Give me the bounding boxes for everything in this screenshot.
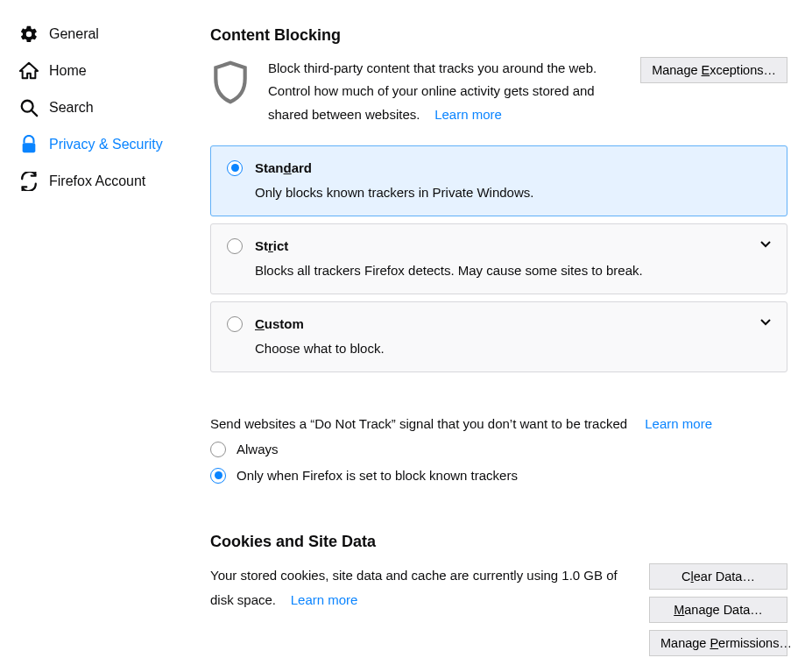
blocking-option-description: Blocks all trackers Firefox detects. May… [255,263,771,278]
cookies-section: Cookies and Site Data Your stored cookie… [210,533,787,672]
sidebar-item-label: General [49,26,99,42]
clear-data-button[interactable]: Clear Data… [649,563,787,590]
sidebar-item-firefox-account[interactable]: Firefox Account [16,163,184,200]
blocking-option-description: Only blocks known trackers in Private Wi… [255,185,771,200]
lock-icon [19,135,39,154]
manage-data-button[interactable]: Manage Data… [649,597,787,623]
radio-icon [227,316,243,332]
radio-icon [210,442,226,457]
dnt-option-label: Only when Firefox is set to block known … [237,468,518,483]
manage-permissions-button[interactable]: Manage Permissions… [649,630,787,656]
chevron-down-icon [760,315,771,329]
cookies-learn-more-link[interactable]: Learn more [291,592,358,607]
home-icon [19,61,39,81]
sidebar-item-label: Firefox Account [49,173,145,189]
dnt-option-always[interactable]: Always [210,442,787,457]
cookies-heading: Cookies and Site Data [210,533,787,551]
sidebar-item-label: Home [49,63,87,79]
sync-icon [19,172,39,191]
dnt-description: Send websites a “Do Not Track” signal th… [210,416,627,431]
blocking-option-card[interactable]: StrictBlocks all trackers Firefox detect… [210,223,787,294]
main-content: Content Blocking Block third-party conte… [184,0,805,672]
blocking-option-card[interactable]: StandardOnly blocks known trackers in Pr… [210,145,787,216]
content-blocking-header: Block third-party content that tracks yo… [210,57,787,126]
sidebar: General Home Search Privacy & Security F… [0,0,184,672]
blocking-option-title: Custom [255,316,304,331]
radio-icon [227,238,243,254]
cookies-description: Your stored cookies, site data and cache… [210,563,637,656]
content-blocking-heading: Content Blocking [210,26,787,45]
sidebar-item-label: Search [49,100,94,116]
sidebar-item-label: Privacy & Security [49,137,163,152]
blocking-option-description: Choose what to block. [255,341,771,356]
radio-icon [227,160,243,176]
manage-exceptions-button[interactable]: Manage Exceptions… [640,57,787,83]
dnt-learn-more-link[interactable]: Learn more [645,416,712,431]
chevron-down-icon [760,237,771,251]
blocking-options-list: StandardOnly blocks known trackers in Pr… [210,145,787,372]
svg-rect-2 [23,143,36,152]
blocking-option-card[interactable]: CustomChoose what to block. [210,301,787,372]
sidebar-item-general[interactable]: General [16,16,184,53]
sidebar-item-search[interactable]: Search [16,89,184,126]
content-blocking-description: Block third-party content that tracks yo… [268,57,630,126]
content-blocking-learn-more-link[interactable]: Learn more [434,107,502,122]
radio-icon [210,468,226,484]
gear-icon [19,25,39,44]
dnt-option-label: Always [237,442,279,456]
sidebar-item-privacy[interactable]: Privacy & Security [16,126,184,163]
blocking-option-title: Strict [255,238,288,253]
blocking-option-title: Standard [255,160,312,175]
do-not-track-section: Send websites a “Do Not Track” signal th… [210,416,787,484]
dnt-option-only-blocking[interactable]: Only when Firefox is set to block known … [210,468,787,484]
shield-icon [210,60,251,104]
sidebar-item-home[interactable]: Home [16,53,184,89]
svg-line-1 [32,110,37,116]
search-icon [19,98,39,117]
